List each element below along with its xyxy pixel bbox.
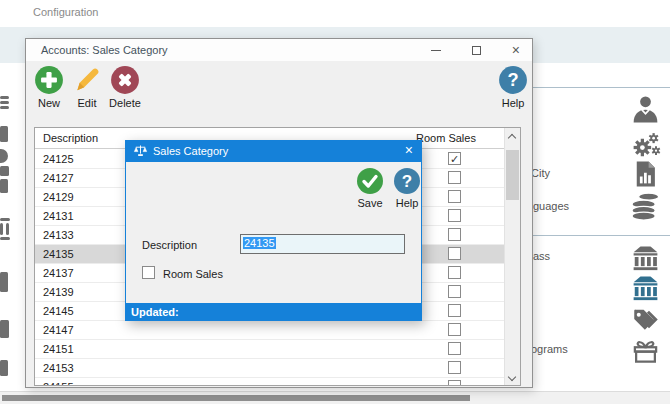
horizontal-scrollbar[interactable] [0, 391, 670, 404]
room-sales-checkbox[interactable] [448, 247, 461, 260]
delete-button[interactable]: Delete [104, 65, 146, 109]
table-row[interactable]: 24147 [35, 321, 504, 340]
edit-button-label: Edit [78, 97, 97, 109]
save-check-icon [356, 167, 384, 195]
room-sales-checkbox[interactable] [448, 228, 461, 241]
row-description: 24127 [43, 172, 74, 184]
table-row[interactable]: 24155 [35, 378, 504, 386]
background-label[interactable]: City [531, 167, 550, 179]
dialog-help-button[interactable]: ? Help [390, 167, 424, 209]
table-row[interactable]: 24151 [35, 340, 504, 359]
window-title: Accounts: Sales Category [41, 44, 168, 56]
background-icon-fragment [0, 106, 9, 109]
toolbar: New Edit Delete [26, 61, 532, 117]
description-input-selected-text: 24135 [243, 237, 276, 249]
horizontal-scrollbar-thumb[interactable] [2, 395, 470, 401]
row-description: 24135 [43, 248, 74, 260]
room-sales-checkbox[interactable] [448, 323, 461, 336]
minimize-button[interactable] [431, 50, 441, 51]
dialog-title: Sales Category [153, 145, 228, 157]
row-description: 24151 [43, 343, 74, 355]
row-description: 24129 [43, 191, 74, 203]
background-label[interactable]: ass [533, 250, 550, 262]
new-button-label: New [38, 97, 60, 109]
room-sales-checkbox[interactable] [448, 171, 461, 184]
save-button-label: Save [357, 197, 382, 209]
user-icon[interactable] [629, 95, 662, 125]
coins-icon[interactable] [629, 191, 662, 221]
scales-icon [133, 144, 148, 158]
background-icon-fragment [0, 218, 10, 221]
new-plus-icon [34, 65, 64, 95]
tags-icon[interactable] [629, 304, 662, 334]
background-icon-fragment [0, 320, 9, 338]
room-sales-checkbox[interactable] [448, 209, 461, 222]
breadcrumb[interactable]: Configuration [33, 6, 98, 18]
delete-button-label: Delete [109, 97, 141, 109]
bank-blue-icon[interactable] [629, 272, 662, 302]
room-sales-checkbox[interactable] [448, 342, 461, 355]
background-label[interactable]: guages [533, 200, 569, 212]
background-icon-fragment [0, 101, 9, 104]
background-icon-fragment [6, 223, 9, 235]
dialog-help-label: Help [396, 197, 419, 209]
column-header-description[interactable]: Description [43, 132, 98, 144]
window-titlebar[interactable]: Accounts: Sales Category × [26, 39, 532, 61]
new-button[interactable]: New [28, 65, 70, 109]
dialog-close-icon[interactable]: × [405, 142, 413, 158]
edit-button[interactable]: Edit [66, 65, 108, 109]
svg-text:?: ? [402, 172, 412, 191]
save-button[interactable]: Save [353, 167, 387, 209]
background-icon-fragment [0, 360, 8, 376]
report-chart-icon[interactable] [629, 159, 662, 189]
description-input[interactable]: 24135 [240, 234, 405, 254]
dialog-room-sales-checkbox[interactable] [142, 266, 155, 279]
close-button[interactable]: × [512, 45, 520, 55]
room-sales-checkbox[interactable] [448, 304, 461, 317]
description-label: Description [142, 239, 197, 251]
gears-icon[interactable] [629, 130, 662, 160]
dialog-room-sales-label: Room Sales [163, 268, 223, 280]
background-icon-fragment [0, 223, 3, 235]
row-description: 24147 [43, 324, 74, 336]
room-sales-checkbox[interactable] [448, 285, 461, 298]
vertical-scrollbar[interactable] [504, 128, 520, 385]
background-icon-fragment [0, 237, 10, 240]
background-icon-fragment [0, 96, 9, 99]
gift-icon[interactable] [629, 336, 662, 366]
help-button-label: Help [502, 97, 525, 109]
scroll-up-icon[interactable] [508, 134, 516, 142]
help-button[interactable]: ? Help [492, 65, 534, 109]
divider [533, 87, 670, 88]
row-description: 24137 [43, 267, 74, 279]
background-icon-fragment [0, 166, 9, 176]
room-sales-checkbox[interactable] [448, 190, 461, 203]
column-header-room-sales[interactable]: Room Sales [416, 132, 476, 144]
dialog-titlebar[interactable]: Sales Category × [125, 140, 422, 162]
sales-category-dialog: Sales Category × Save ? Help Description… [125, 140, 422, 321]
table-row[interactable]: 24153 [35, 359, 504, 378]
svg-text:?: ? [507, 70, 518, 90]
row-description: 24131 [43, 210, 74, 222]
delete-x-icon [110, 65, 140, 95]
edit-pencil-icon [72, 65, 102, 95]
dialog-help-icon: ? [393, 167, 421, 195]
room-sales-checkbox[interactable] [448, 380, 461, 386]
vertical-scrollbar-thumb[interactable] [506, 150, 519, 200]
room-sales-checkbox[interactable] [448, 361, 461, 374]
dialog-status-bar: Updated: [125, 303, 422, 321]
row-description: 24125 [43, 153, 74, 165]
scroll-down-icon[interactable] [508, 373, 516, 381]
row-description: 24133 [43, 229, 74, 241]
app-background: Configuration [0, 0, 670, 405]
room-sales-checkbox[interactable]: ✓ [448, 152, 461, 165]
bank-icon[interactable] [629, 242, 662, 272]
row-description: 24145 [43, 305, 74, 317]
dialog-status-text: Updated: [131, 306, 179, 318]
background-icon-fragment [0, 179, 8, 193]
row-description: 24139 [43, 286, 74, 298]
room-sales-checkbox[interactable] [448, 266, 461, 279]
background-label[interactable]: ograms [531, 343, 568, 355]
maximize-button[interactable] [472, 46, 481, 55]
background-icon-fragment [0, 126, 8, 142]
